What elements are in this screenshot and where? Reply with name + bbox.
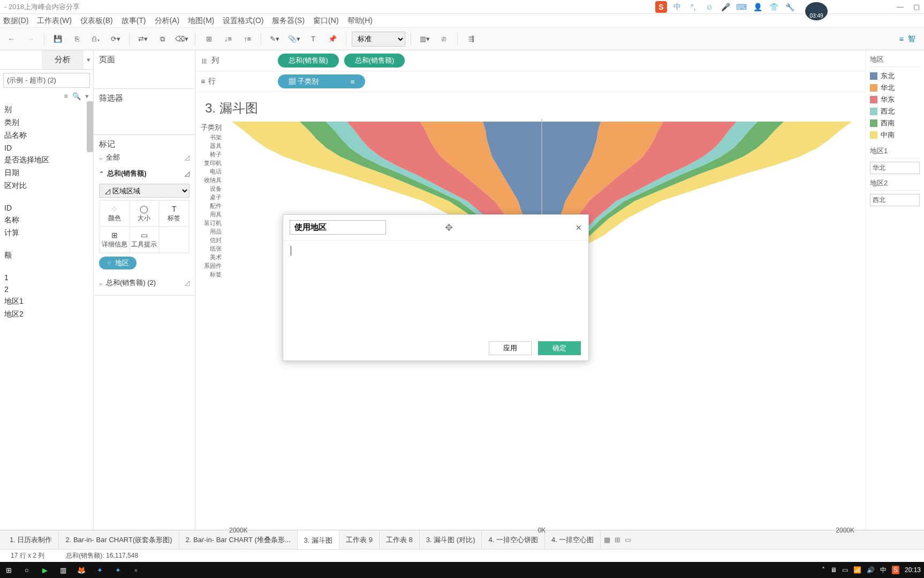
menu-data[interactable]: 数据(D) [3, 16, 28, 26]
sheet-tab[interactable]: 2. Bar-in- Bar CHART(嵌套条形图) [59, 530, 179, 549]
fit-selector[interactable]: 标准 [352, 32, 405, 47]
field-item[interactable]: 额 [0, 249, 93, 262]
attach-button[interactable]: 📎▾ [286, 31, 302, 47]
back-button[interactable]: ← [3, 31, 19, 47]
swap-button[interactable]: ⇄▾ [135, 31, 151, 47]
tab-analytics[interactable]: 分析 [42, 50, 84, 69]
legend-item[interactable]: 华东 [870, 94, 920, 106]
menubar[interactable]: 数据(D) 工作表(W) 仪表板(B) 故事(T) 分析(A) 地图(M) 设置… [0, 14, 924, 28]
field-item[interactable]: 地区2 [0, 308, 93, 321]
new-dashboard-icon[interactable]: ⊞ [615, 536, 620, 544]
tray-display-icon[interactable]: 🖥 [830, 566, 837, 574]
dialog-editor[interactable] [283, 241, 588, 336]
tray-ime[interactable]: 中 [880, 566, 887, 575]
clear-button[interactable]: ⌫▾ [173, 31, 190, 47]
fields-list[interactable]: 别 类别 品名称 ID 是否选择地区 日期 区对比 ID 名称 计算 额 1 2… [0, 101, 93, 530]
field-item[interactable]: 别 [0, 103, 93, 116]
menu-format[interactable]: 设置格式(O) [223, 16, 263, 26]
legend-item[interactable]: 中南 [870, 129, 920, 141]
sort-desc-button[interactable]: ↑≡ [239, 31, 255, 47]
menu-analysis[interactable]: 分析(A) [155, 16, 180, 26]
ime-emoji-icon[interactable]: ☺ [703, 1, 715, 13]
columns-pill-1[interactable]: 总和(销售额) [278, 54, 339, 67]
save-button[interactable]: 💾 [50, 31, 66, 47]
tray-volume-icon[interactable]: 🔊 [867, 566, 875, 574]
menu-window[interactable]: 窗口(N) [313, 16, 338, 26]
new-story-icon[interactable]: ▭ [625, 536, 631, 544]
dialog-title-input[interactable] [290, 220, 386, 235]
app-icon[interactable]: ▫ [131, 565, 141, 575]
tray-up-icon[interactable]: ˄ [822, 566, 825, 574]
ime-tool-icon[interactable]: 🔧 [784, 1, 796, 13]
pages-card[interactable]: 页面 [94, 50, 195, 89]
app-icon[interactable]: ▥ [58, 565, 69, 575]
pin-button[interactable]: 📌 [324, 31, 340, 47]
highlight-button[interactable]: ✎▾ [267, 31, 283, 47]
datasource-selector[interactable]: (示例 - 超市) (2) [3, 73, 90, 88]
color-pill-region[interactable]: ⁘地区 [99, 257, 137, 269]
legend-item[interactable]: 西南 [870, 117, 920, 129]
tableau-icon[interactable]: ✦ [94, 565, 105, 575]
tray-clock[interactable]: 20:13 [905, 566, 921, 574]
sort-asc-button[interactable]: ↓≡ [220, 31, 236, 47]
tooltip-cell[interactable]: ▭工具提示 [130, 227, 160, 253]
field-item[interactable]: 地区1 [0, 295, 93, 308]
move-icon[interactable]: ✥ [445, 222, 453, 234]
tableau-icon-2[interactable]: ✦ [112, 565, 123, 575]
pane-menu-icon[interactable]: ▾ [85, 92, 89, 100]
param2-value[interactable]: 西北 [870, 194, 920, 206]
showme-icon[interactable]: ≡ [899, 35, 904, 43]
field-item[interactable]: 类别 [0, 116, 93, 129]
menu-dashboard[interactable]: 仪表板(B) [80, 16, 113, 26]
menu-server[interactable]: 服务器(S) [272, 16, 305, 26]
start-button[interactable]: ⊞ [3, 565, 14, 575]
group-button[interactable]: ⊞ [201, 31, 217, 47]
rows-shelf[interactable]: ≡行 ▦ 子类别≡ [195, 71, 865, 92]
view-list-icon[interactable]: ≡ [64, 92, 68, 100]
new-worksheet-button[interactable]: ⎙▾ [88, 31, 104, 47]
close-icon[interactable]: ✕ [575, 223, 582, 232]
new-data-button[interactable]: ⎘ [69, 31, 85, 47]
marks-sum1-row[interactable]: ⌃总和(销售额)◿ [99, 166, 190, 182]
forward-button[interactable]: → [22, 31, 39, 47]
legend-item[interactable]: 西北 [870, 106, 920, 117]
maximize-button[interactable]: ▢ [913, 3, 920, 11]
label-button[interactable]: T [305, 31, 321, 47]
cortana-icon[interactable]: ○ [21, 565, 32, 575]
firefox-icon[interactable]: 🦊 [76, 565, 87, 575]
menu-worksheet[interactable]: 工作表(W) [37, 16, 72, 26]
filters-card[interactable]: 筛选器 [94, 89, 195, 135]
menu-help[interactable]: 帮助(H) [347, 16, 373, 26]
new-sheet-icon[interactable]: ▦ [604, 536, 610, 544]
field-item[interactable]: 计算 [0, 227, 93, 239]
marks-all-row[interactable]: ⌵全部◿ [99, 149, 190, 166]
ime-mic-icon[interactable]: 🎤 [719, 1, 731, 13]
field-item[interactable]: 是否选择地区 [0, 154, 93, 167]
columns-pill-2[interactable]: 总和(销售额) [344, 54, 405, 67]
field-item[interactable]: 1 [0, 272, 93, 283]
field-item[interactable]: 区对比 [0, 179, 93, 192]
tray-battery-icon[interactable]: ▭ [842, 566, 848, 574]
legend-item[interactable]: 东北 [870, 70, 920, 82]
param1-value[interactable]: 华北 [870, 162, 920, 174]
menu-map[interactable]: 地图(M) [188, 16, 214, 26]
field-item[interactable]: ID [0, 142, 93, 154]
tray-wifi-icon[interactable]: 📶 [853, 566, 861, 574]
windows-taskbar[interactable]: ⊞ ○ ▶ ▥ 🦊 ✦ ✦ ▫ ˄ 🖥 ▭ 📶 🔊 中 S 20:13 [0, 562, 924, 578]
field-item[interactable]: ID [0, 202, 93, 214]
field-item[interactable]: 日期 [0, 167, 93, 179]
ime-user-icon[interactable]: 👤 [752, 1, 763, 13]
presentation-button[interactable]: ⎚ [436, 31, 452, 47]
ime-skin-icon[interactable]: 👕 [768, 1, 779, 13]
legend-item[interactable]: 华北 [870, 82, 920, 94]
rows-pill[interactable]: ▦ 子类别≡ [278, 74, 365, 88]
field-item[interactable]: 名称 [0, 214, 93, 227]
scrollbar[interactable] [87, 101, 93, 152]
field-item[interactable]: 2 [0, 283, 93, 295]
label-cell[interactable]: T标签 [159, 200, 189, 227]
sogou-icon[interactable]: S [655, 1, 667, 13]
viz-title[interactable]: 3. 漏斗图 [195, 92, 865, 119]
sheet-tab[interactable]: 1. 日历表制作 [3, 530, 59, 549]
detail-cell[interactable]: ⊞详细信息 [100, 227, 130, 253]
columns-shelf[interactable]: ⫼列 总和(销售额) 总和(销售额) [195, 50, 865, 71]
